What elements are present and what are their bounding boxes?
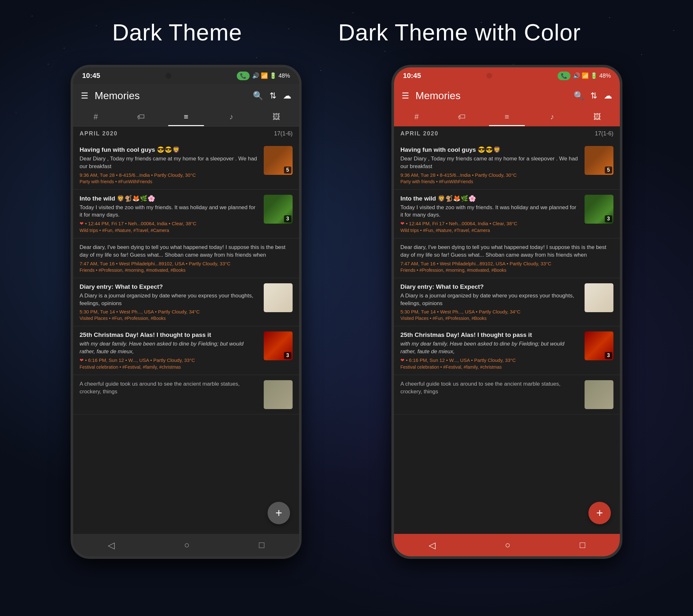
entry-body-4-color: A Diary is a journal organized by date w… — [400, 292, 580, 307]
nav-home-color[interactable]: ○ — [505, 540, 511, 550]
entry-tags-2-dark: Wild trips • #Fun, #Nature, #Travel, #Ca… — [80, 228, 259, 233]
titles-row: Dark Theme Dark Theme with Color — [0, 19, 693, 45]
status-icons-color: 🔊 📶 🔋 48% — [573, 72, 611, 79]
entry-title-1-dark: Having fun with cool guys 😎😎🦁 — [80, 146, 259, 153]
call-icon-color: 📞 — [561, 73, 567, 79]
tab-tag-dark[interactable]: 🏷 — [118, 107, 164, 126]
entry-title-2-color: Into the wild 🦁🐒🦊🌿🌸 — [400, 195, 580, 202]
entry-image-container-2-dark: 3 — [264, 195, 293, 224]
entry-body-2-dark: Today I visited the zoo with my friends.… — [80, 204, 259, 219]
status-time-dark: 10:45 — [82, 72, 100, 80]
entry-content-2-dark: Into the wild 🦁🐒🦊🌿🌸 Today I visited the … — [80, 195, 259, 233]
tab-hashtag-color[interactable]: # — [394, 107, 439, 126]
entry-meta-3-dark: 7:47 AM, Tue 16 • West Philadelphi...891… — [80, 261, 293, 266]
sort-icon-dark[interactable]: ⇅ — [270, 91, 277, 101]
entry-meta-5-dark: ❤ • 6:16 PM, Sun 12 • W..., USA • Partly… — [80, 357, 259, 363]
entry-tags-3-color: Friends • #Profession, #morning, #motiva… — [400, 267, 613, 273]
nav-bar-dark: ◁ ○ □ — [73, 534, 299, 556]
entry-image-4-dark — [264, 283, 293, 312]
status-bar-dark: 10:45 📞 🔊 📶 🔋 48% — [73, 67, 299, 84]
camera-dot-dark — [165, 73, 171, 79]
diary-entry-6-dark[interactable]: A cheerful guide took us around to see t… — [73, 375, 299, 415]
call-badge-color: 📞 — [558, 72, 571, 80]
nav-recent-dark[interactable]: □ — [259, 540, 264, 550]
menu-icon-color[interactable]: ☰ — [402, 91, 409, 101]
search-icon-dark[interactable]: 🔍 — [253, 91, 263, 101]
month-label-color: APRIL 2020 — [400, 130, 439, 137]
entry-image-container-1-dark: 5 — [264, 146, 293, 175]
tab-tag-color[interactable]: 🏷 — [439, 107, 484, 126]
tab-list-dark[interactable]: ≡ — [164, 107, 209, 126]
entry-tags-3-dark: Friends • #Profession, #morning, #motiva… — [80, 267, 293, 273]
top-bar-color: ☰ Memories 🔍 ⇅ ☁ — [394, 84, 620, 107]
tab-hashtag-dark[interactable]: # — [73, 107, 118, 126]
upload-icon-color[interactable]: ☁ — [604, 91, 612, 101]
diary-entry-3-dark[interactable]: Dear diary, I've been dying to tell you … — [73, 238, 299, 278]
top-bar-icons-dark: 🔍 ⇅ ☁ — [253, 91, 291, 101]
entry-count-1-dark: 5 — [284, 166, 291, 174]
entry-image-container-5-color: 3 — [585, 332, 613, 360]
app-title-dark: Memories — [95, 90, 253, 102]
tab-bar-color: # 🏷 ≡ ♪ 🖼 — [394, 107, 620, 126]
phones-row: 10:45 📞 🔊 📶 🔋 48% ☰ Memories 🔍 — [0, 65, 693, 559]
entry-content-3-color: Dear diary, I've been dying to tell you … — [400, 243, 613, 273]
entry-image-container-5-dark: 3 — [264, 332, 293, 360]
diary-entry-2-color[interactable]: Into the wild 🦁🐒🦊🌿🌸 Today I visited the … — [394, 190, 620, 239]
tab-music-dark[interactable]: ♪ — [209, 107, 254, 126]
top-bar-dark: ☰ Memories 🔍 ⇅ ☁ — [73, 84, 299, 107]
tab-image-dark[interactable]: 🖼 — [254, 107, 299, 126]
nav-back-color[interactable]: ◁ — [429, 540, 436, 551]
entry-body-4-dark: A Diary is a journal organized by date w… — [80, 292, 259, 307]
entry-body-6-dark: A cheerful guide took us around to see t… — [80, 380, 259, 396]
menu-icon-dark[interactable]: ☰ — [81, 91, 88, 101]
entry-content-1-color: Having fun with cool guys 😎😎🦁 Dear Diary… — [400, 146, 580, 184]
diary-entry-4-dark[interactable]: Diary entry: What to Expect? A Diary is … — [73, 278, 299, 326]
diary-entry-2-dark[interactable]: Into the wild 🦁🐒🦊🌿🌸 Today I visited the … — [73, 190, 299, 239]
diary-entry-4-color[interactable]: Diary entry: What to Expect? A Diary is … — [394, 278, 620, 326]
fab-color[interactable]: + — [589, 502, 611, 524]
tab-music-color[interactable]: ♪ — [529, 107, 575, 126]
tab-bar-dark: # 🏷 ≡ ♪ 🖼 — [73, 107, 299, 126]
entry-title-5-color: 25th Christmas Day! Alas! I thought to p… — [400, 332, 580, 338]
content-area-dark: APRIL 2020 17(1-6) Having fun with cool … — [73, 126, 299, 534]
entry-body-1-color: Dear Diary , Today my friends came at my… — [400, 155, 580, 171]
diary-entry-5-color[interactable]: 25th Christmas Day! Alas! I thought to p… — [394, 326, 620, 375]
nav-recent-color[interactable]: □ — [580, 540, 585, 550]
diary-entry-1-dark[interactable]: Having fun with cool guys 😎😎🦁 Dear Diary… — [73, 141, 299, 190]
sort-icon-color[interactable]: ⇅ — [590, 91, 597, 101]
upload-icon-dark[interactable]: ☁ — [283, 91, 291, 101]
entry-title-5-dark: 25th Christmas Day! Alas! I thought to p… — [80, 332, 259, 338]
search-icon-color[interactable]: 🔍 — [574, 91, 584, 101]
diary-entry-3-color[interactable]: Dear diary, I've been dying to tell you … — [394, 238, 620, 278]
entry-image-6-color — [585, 380, 613, 409]
entry-title-1-color: Having fun with cool guys 😎😎🦁 — [400, 146, 580, 153]
month-header-color: APRIL 2020 17(1-6) — [394, 126, 620, 141]
tab-image-color[interactable]: 🖼 — [575, 107, 620, 126]
tab-list-color[interactable]: ≡ — [484, 107, 530, 126]
entry-tags-2-color: Wild trips • #Fun, #Nature, #Travel, #Ca… — [400, 228, 580, 233]
entry-tags-5-color: Festival celebration • #Festival, #famil… — [400, 364, 580, 370]
entry-body-5-color: with my dear family. Have been asked to … — [400, 340, 580, 356]
month-count-color: 17(1-6) — [595, 130, 613, 137]
entry-meta-1-dark: 9:36 AM, Tue 28 • 8-415/6...India • Part… — [80, 172, 259, 178]
entry-image-4-color — [585, 283, 613, 312]
diary-entry-1-color[interactable]: Having fun with cool guys 😎😎🦁 Dear Diary… — [394, 141, 620, 190]
fab-dark[interactable]: + — [268, 502, 290, 524]
camera-dot-color — [487, 73, 492, 79]
diary-entry-5-dark[interactable]: 25th Christmas Day! Alas! I thought to p… — [73, 326, 299, 375]
status-icons-dark: 🔊 📶 🔋 48% — [252, 72, 290, 79]
nav-back-dark[interactable]: ◁ — [108, 540, 115, 551]
diary-entry-6-color[interactable]: A cheerful guide took us around to see t… — [394, 375, 620, 415]
entry-meta-1-color: 9:36 AM, Tue 28 • 8-415/6...India • Part… — [400, 172, 580, 178]
entry-image-container-6-dark — [264, 380, 293, 409]
entry-meta-4-color: 5:30 PM, Tue 14 • West Ph..., USA • Part… — [400, 309, 580, 314]
nav-home-dark[interactable]: ○ — [184, 540, 190, 550]
entry-content-1-dark: Having fun with cool guys 😎😎🦁 Dear Diary… — [80, 146, 259, 184]
entry-count-2-dark: 3 — [284, 215, 291, 222]
entry-title-2-dark: Into the wild 🦁🐒🦊🌿🌸 — [80, 195, 259, 202]
entry-content-5-dark: 25th Christmas Day! Alas! I thought to p… — [80, 332, 259, 370]
entry-body-1-dark: Dear Diary , Today my friends came at my… — [80, 155, 259, 171]
entry-count-5-color: 3 — [605, 352, 612, 359]
entry-meta-4-dark: 5:30 PM, Tue 14 • West Ph..., USA • Part… — [80, 309, 259, 314]
entry-tags-4-dark: Visited Places • #Fun, #Profession, #Boo… — [80, 316, 259, 321]
